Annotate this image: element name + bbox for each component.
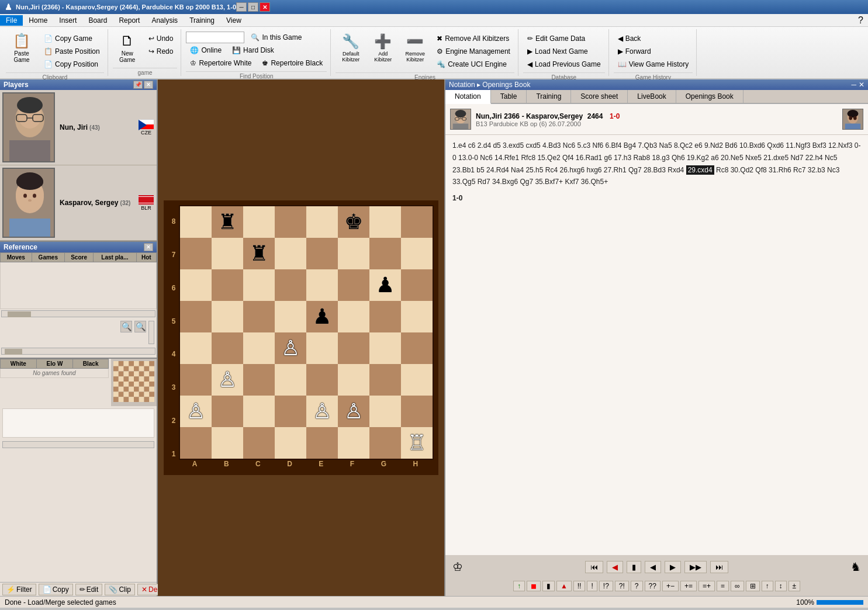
menu-file[interactable]: File [0, 15, 23, 26]
edit-game-data-button[interactable]: ✏ Edit Game Data [523, 33, 605, 44]
highlighted-move[interactable]: 29.cxd4 [686, 165, 714, 175]
square-c2[interactable] [243, 396, 275, 427]
help-icon[interactable]: ? [858, 15, 868, 26]
square-d1[interactable] [275, 427, 306, 459]
square-b8[interactable]: ♜ [212, 206, 243, 238]
ann-btn-1[interactable]: ▮ [542, 581, 555, 591]
paste-position-button[interactable]: 📋 Paste Position [40, 46, 104, 57]
square-b4[interactable] [212, 332, 243, 364]
ann-btn-up2[interactable]: ↑ [762, 581, 773, 591]
players-pin-button[interactable]: 📌 [133, 81, 143, 89]
forward-button[interactable]: ▶ Forward [614, 46, 693, 57]
tab-training[interactable]: Training [527, 90, 571, 103]
v-scrollbar-ref[interactable] [148, 321, 154, 344]
find-position-dropdown[interactable] [186, 32, 244, 43]
nav-fwd-button[interactable]: ▶▶ [684, 561, 707, 573]
ann-btn-inf[interactable]: ∞ [731, 581, 744, 591]
tab-notation[interactable]: Notation [445, 90, 491, 104]
square-c1[interactable] [243, 427, 275, 459]
menu-analysis[interactable]: Analysis [146, 15, 184, 26]
square-e3[interactable] [306, 364, 338, 396]
square-a6[interactable] [180, 269, 212, 301]
zoom-out-button[interactable]: 🔍 [134, 321, 146, 332]
engine-management-button[interactable]: ⚙ Engine Management [433, 46, 514, 57]
square-a1[interactable] [180, 427, 212, 459]
remove-kibitzer-button[interactable]: ➖ Remove Kibitzer [400, 30, 430, 65]
ann-btn-eq[interactable]: = [717, 581, 729, 591]
zoom-in-button[interactable]: 🔍 [120, 321, 132, 332]
ann-btn-excl[interactable]: ! [587, 581, 597, 591]
in-this-game-button[interactable]: 🔍 In this Game [247, 32, 306, 43]
square-f5[interactable] [338, 301, 369, 332]
load-next-game-button[interactable]: ▶ Load Next Game [523, 46, 605, 57]
menu-report[interactable]: Report [113, 15, 146, 26]
square-a5[interactable] [180, 301, 212, 332]
minimize-button[interactable]: ─ [236, 2, 247, 12]
square-c3[interactable] [243, 364, 275, 396]
nav-stop-button[interactable]: ▮ [627, 561, 641, 573]
ann-btn-pluseq[interactable]: += [680, 581, 697, 591]
repertoire-black-button[interactable]: ♚ Repertoire Black [258, 57, 327, 69]
square-h8[interactable] [401, 206, 433, 238]
square-f8[interactable]: ♚ [338, 206, 369, 238]
square-a3[interactable] [180, 364, 212, 396]
square-h3[interactable] [401, 364, 433, 396]
square-b3[interactable]: ♙ [212, 364, 243, 396]
square-f2[interactable]: ♙ [338, 396, 369, 427]
chess-board[interactable]: ♜♚♜♟♟♙♙♙♙♙♖ [179, 205, 434, 460]
square-f3[interactable] [338, 364, 369, 396]
square-b7[interactable] [212, 238, 243, 269]
ann-btn-up[interactable]: ↑ [513, 581, 525, 591]
edit-button[interactable]: ✏ Edit [75, 584, 103, 595]
square-h7[interactable] [401, 238, 433, 269]
square-e6[interactable] [306, 269, 338, 301]
square-b6[interactable] [212, 269, 243, 301]
square-b1[interactable] [212, 427, 243, 459]
view-game-history-button[interactable]: 📖 View Game History [614, 58, 693, 70]
square-c5[interactable] [243, 301, 275, 332]
back-button[interactable]: ◀ Back [614, 33, 693, 44]
square-f7[interactable] [338, 238, 369, 269]
nav-last-button[interactable]: ⏭ [710, 561, 728, 573]
square-a7[interactable] [180, 238, 212, 269]
notation-minimize[interactable]: ─ [851, 81, 856, 89]
square-b2[interactable] [212, 396, 243, 427]
redo-button[interactable]: ↪ Redo [144, 46, 178, 57]
square-g3[interactable] [369, 364, 401, 396]
menu-insert[interactable]: Insert [53, 15, 82, 26]
square-h5[interactable] [401, 301, 433, 332]
square-e4[interactable] [306, 332, 338, 364]
square-h6[interactable] [401, 269, 433, 301]
load-previous-game-button[interactable]: ◀ Load Previous Game [523, 58, 605, 70]
square-g2[interactable] [369, 396, 401, 427]
maximize-button[interactable]: □ [248, 2, 258, 12]
menu-training[interactable]: Training [184, 15, 220, 26]
hard-disk-button[interactable]: 💾 Hard Disk [228, 44, 278, 56]
square-a8[interactable] [180, 206, 212, 238]
ann-btn-plusminus[interactable]: +− [662, 581, 679, 591]
undo-button[interactable]: ↩ Undo [144, 33, 178, 44]
square-c8[interactable] [243, 206, 275, 238]
ann-btn-qq[interactable]: ?? [645, 581, 660, 591]
square-g8[interactable] [369, 206, 401, 238]
reference-close-button[interactable]: ✕ [144, 243, 153, 251]
menu-home[interactable]: Home [23, 15, 53, 26]
square-d2[interactable] [275, 396, 306, 427]
square-d6[interactable] [275, 269, 306, 301]
default-kibitzer-button[interactable]: 🔧 Default Kibitzer [336, 30, 366, 65]
square-a2[interactable]: ♙ [180, 396, 212, 427]
games-h-scrollbar[interactable] [2, 441, 154, 448]
players-close-button[interactable]: ✕ [144, 81, 153, 89]
ann-btn-mark[interactable]: ▲ [556, 581, 572, 591]
ann-btn-excl2[interactable]: !! [573, 581, 586, 591]
copy-toolbar-button[interactable]: 📄 Copy [39, 584, 73, 595]
square-c4[interactable] [243, 332, 275, 364]
ann-btn-pm[interactable]: ± [789, 581, 801, 591]
square-d3[interactable] [275, 364, 306, 396]
square-d5[interactable] [275, 301, 306, 332]
square-f6[interactable] [338, 269, 369, 301]
nav-forward2-button[interactable]: ▶ [665, 561, 681, 573]
square-c6[interactable] [243, 269, 275, 301]
tab-scoresheet[interactable]: Score sheet [571, 90, 628, 103]
copy-game-button[interactable]: 📄 Copy Game [40, 33, 104, 44]
